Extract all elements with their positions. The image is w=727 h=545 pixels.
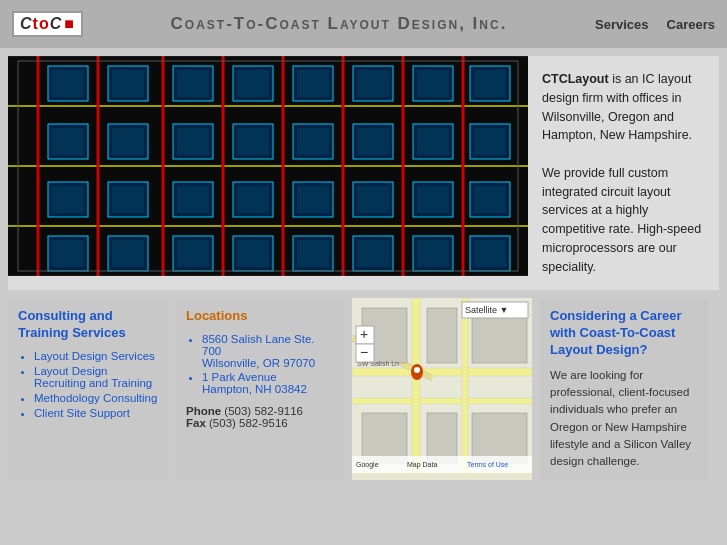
svg-rect-82 (412, 298, 420, 473)
svg-rect-49 (112, 186, 144, 213)
addr-line3: 1 Park Avenue (202, 371, 277, 383)
svg-text:Google: Google (356, 461, 379, 469)
svg-rect-39 (297, 128, 329, 155)
svg-rect-83 (462, 298, 468, 473)
map-container[interactable]: SW Salish Ln Satellite ▼ + − Google Map … (352, 298, 532, 480)
circuit-diagram (8, 56, 528, 276)
svg-rect-67 (177, 240, 209, 267)
svg-rect-17 (112, 70, 144, 97)
list-item: Layout Design Services (34, 350, 158, 362)
hero-image (8, 56, 528, 276)
svg-rect-19 (177, 70, 209, 97)
svg-rect-25 (357, 70, 389, 97)
svg-rect-65 (112, 240, 144, 267)
svg-rect-61 (474, 186, 506, 213)
career-title: Considering a Career with Coast-To-Coast… (550, 308, 698, 359)
phone-label: Phone (186, 405, 221, 417)
svg-rect-51 (177, 186, 209, 213)
list-item: Client Site Support (34, 407, 158, 419)
list-item[interactable]: 8560 Salish Lane Ste. 700 Wilsonville, O… (202, 333, 334, 369)
svg-rect-43 (417, 128, 449, 155)
svg-text:−: − (360, 344, 368, 360)
fax-number: (503) 582-9516 (209, 417, 288, 429)
service-link-3[interactable]: Methodology Consulting (34, 392, 157, 404)
services-list: Layout Design Services Layout Design Rec… (18, 350, 158, 419)
svg-rect-73 (357, 240, 389, 267)
svg-rect-81 (352, 398, 532, 404)
services-title: Consulting and Training Services (18, 308, 158, 342)
svg-rect-57 (357, 186, 389, 213)
svg-rect-45 (474, 128, 506, 155)
svg-rect-90 (362, 413, 407, 463)
header-nav: Services Careers (595, 17, 715, 32)
logo-text2: C (50, 15, 63, 33)
svg-rect-59 (417, 186, 449, 213)
svg-rect-88 (427, 308, 457, 363)
logo-dash: ■ (64, 15, 75, 33)
logo: CtoC■ (12, 11, 83, 37)
svg-text:Terms of Use: Terms of Use (467, 461, 508, 468)
svg-rect-27 (417, 70, 449, 97)
svg-rect-33 (112, 128, 144, 155)
addr-line4: Hampton, NH 03842 (202, 383, 307, 395)
service-link-1[interactable]: Layout Design Services (34, 350, 155, 362)
phone-info: Phone (503) 582-9116 Fax (503) 582-9516 (186, 405, 334, 429)
svg-rect-91 (427, 413, 457, 463)
svg-rect-80 (352, 368, 532, 376)
svg-rect-29 (474, 70, 506, 97)
svg-rect-77 (474, 240, 506, 267)
service-link-2[interactable]: Layout Design Recruiting and Training (34, 365, 152, 389)
svg-rect-21 (237, 70, 269, 97)
phone-number: (503) 582-9116 (224, 405, 303, 417)
svg-rect-55 (297, 186, 329, 213)
svg-rect-31 (52, 128, 84, 155)
fax-label: Fax (186, 417, 206, 429)
svg-text:Satellite ▼: Satellite ▼ (465, 305, 508, 315)
map-svg: SW Salish Ln Satellite ▼ + − Google Map … (352, 298, 532, 473)
svg-rect-47 (52, 186, 84, 213)
list-item[interactable]: 1 Park Avenue Hampton, NH 03842 (202, 371, 334, 395)
svg-text:+: + (360, 326, 368, 342)
brand-name: CTCLayout (542, 72, 609, 86)
list-item: Layout Design Recruiting and Training (34, 365, 158, 389)
svg-rect-53 (237, 186, 269, 213)
svg-rect-69 (237, 240, 269, 267)
addr-line1: 8560 Salish Lane Ste. 700 (202, 333, 315, 357)
locations-title: Locations (186, 308, 334, 325)
svg-rect-41 (357, 128, 389, 155)
logo-accent: to (33, 15, 50, 33)
service-link-4[interactable]: Client Site Support (34, 407, 130, 419)
career-body: We are looking for professional, client-… (550, 367, 698, 471)
hero-description: CTCLayout is an IC layout design firm wi… (528, 56, 719, 290)
hero-section: CTCLayout is an IC layout design firm wi… (8, 56, 719, 290)
map-panel: SW Salish Ln Satellite ▼ + − Google Map … (352, 298, 532, 480)
hero-desc2: We provide full custom integrated circui… (542, 164, 705, 277)
bottom-section: Consulting and Training Services Layout … (8, 298, 719, 480)
nav-services[interactable]: Services (595, 17, 649, 32)
career-panel: Considering a Career with Coast-To-Coast… (540, 298, 708, 480)
svg-rect-35 (177, 128, 209, 155)
svg-rect-15 (52, 70, 84, 97)
header: CtoC■ Coast-To-Coast Layout Design, Inc.… (0, 0, 727, 48)
logo-text: C (20, 15, 33, 33)
svg-rect-92 (472, 413, 527, 463)
locations-panel: Locations 8560 Salish Lane Ste. 700 Wils… (176, 298, 344, 480)
nav-careers[interactable]: Careers (667, 17, 715, 32)
services-panel: Consulting and Training Services Layout … (8, 298, 168, 480)
site-title: Coast-To-Coast Layout Design, Inc. (83, 14, 595, 34)
list-item: Methodology Consulting (34, 392, 158, 404)
svg-rect-37 (237, 128, 269, 155)
svg-rect-63 (52, 240, 84, 267)
address-list: 8560 Salish Lane Ste. 700 Wilsonville, O… (186, 333, 334, 395)
addr-line2: Wilsonville, OR 97070 (202, 357, 315, 369)
svg-point-95 (414, 367, 420, 373)
svg-rect-23 (297, 70, 329, 97)
svg-text:Map Data: Map Data (407, 461, 437, 469)
svg-rect-71 (297, 240, 329, 267)
svg-rect-75 (417, 240, 449, 267)
